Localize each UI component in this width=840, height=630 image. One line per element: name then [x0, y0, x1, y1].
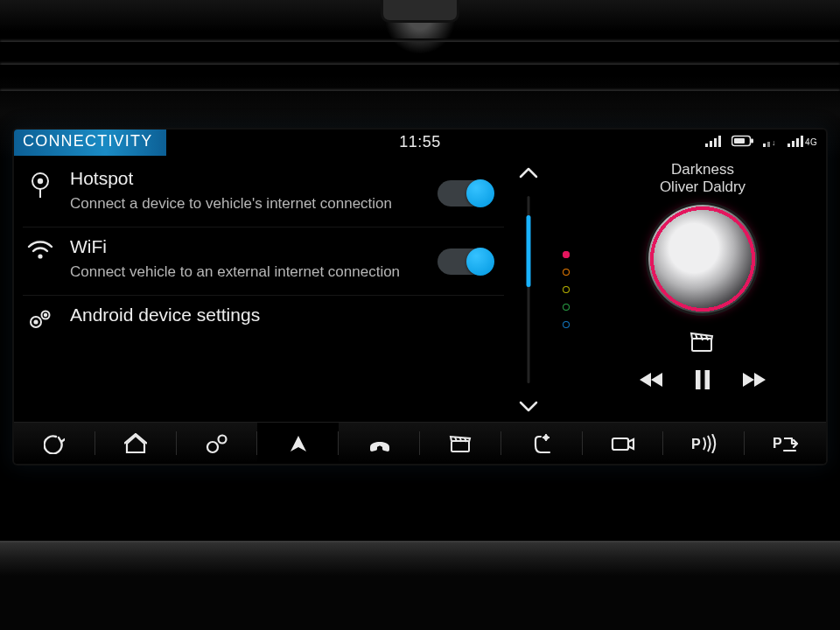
phone-icon [368, 435, 392, 452]
svg-rect-10 [788, 144, 790, 147]
media-panel: Darkness Oliver Daldry [579, 158, 826, 422]
dash-lower [0, 576, 840, 630]
nav-park-sensor[interactable]: P [663, 423, 745, 464]
svg-rect-26 [452, 441, 469, 452]
svg-point-15 [38, 178, 43, 184]
track-name: Darkness [671, 161, 734, 178]
camera-icon [611, 435, 635, 452]
settings-row-android[interactable]: Android device settings [23, 296, 504, 336]
nav-navigation[interactable] [257, 423, 339, 464]
nav-phone[interactable] [339, 423, 420, 464]
clock: 11:55 [399, 133, 441, 151]
svg-rect-2 [714, 138, 717, 147]
bottom-nav: P P [14, 422, 826, 464]
settings-row-hotspot[interactable]: Hotspot Connect a device to vehicle's in… [23, 159, 504, 228]
clapper-icon[interactable] [690, 331, 716, 357]
dash-trim [0, 541, 840, 576]
nav-park-assist[interactable]: P [745, 423, 826, 464]
settings-row-subtitle: Connect a device to vehicle's internet c… [70, 194, 402, 214]
svg-point-18 [34, 320, 37, 323]
wifi-icon [23, 236, 58, 261]
page-dot[interactable] [563, 269, 570, 276]
svg-rect-8 [767, 142, 770, 147]
gears-icon [23, 304, 58, 331]
svg-rect-12 [796, 138, 799, 147]
hotspot-toggle[interactable] [438, 180, 494, 206]
signal-4g-icon: 4G [788, 135, 817, 147]
wifi-toggle[interactable] [438, 248, 494, 275]
infotainment-screen: CONNECTIVITY 11:55 ↓ [14, 130, 826, 464]
svg-point-25 [218, 435, 226, 443]
settings-row-title: Android device settings [70, 304, 504, 326]
svg-text:P: P [691, 437, 701, 452]
nav-camera[interactable] [583, 423, 664, 464]
prev-icon[interactable] [640, 371, 664, 388]
svg-point-16 [38, 254, 42, 258]
nav-back[interactable] [14, 423, 95, 464]
hotspot-icon [23, 168, 58, 198]
settings-row-subtitle: Connect vehicle to an external internet … [70, 262, 402, 283]
svg-rect-3 [718, 136, 721, 147]
svg-rect-0 [705, 144, 708, 147]
status-bar: CONNECTIVITY 11:55 ↓ [14, 130, 826, 158]
svg-rect-7 [763, 144, 766, 147]
dashboard-background: CONNECTIVITY 11:55 ↓ [0, 0, 840, 630]
seat-climate-icon [528, 433, 555, 454]
signal-2-icon: ↓ [763, 135, 779, 147]
settings-row-wifi[interactable]: WiFi Connect vehicle to an external inte… [23, 228, 504, 296]
track-artist: Oliver Daldry [660, 178, 746, 196]
svg-point-24 [207, 442, 218, 452]
park-assist-icon: P [771, 433, 801, 454]
svg-rect-22 [696, 370, 701, 389]
page-dot[interactable] [563, 304, 570, 311]
svg-point-20 [45, 314, 46, 316]
battery-icon [732, 135, 754, 147]
bezel-line [0, 88, 840, 91]
park-sensor-icon: P [690, 434, 719, 453]
svg-text:↓: ↓ [772, 138, 776, 147]
scroll-column [504, 158, 553, 422]
page-dot[interactable] [563, 286, 570, 293]
back-icon [44, 433, 65, 454]
cellular-icon [705, 135, 723, 147]
signal-4g-label: 4G [805, 137, 817, 147]
svg-rect-6 [734, 138, 745, 144]
page-indicator[interactable] [553, 158, 579, 422]
settings-list: Hotspot Connect a device to vehicle's in… [14, 158, 504, 422]
album-art[interactable] [648, 205, 757, 313]
bezel-line [0, 38, 840, 42]
nav-seat-climate[interactable] [501, 423, 583, 464]
svg-rect-1 [710, 141, 712, 147]
page-title: CONNECTIVITY [14, 130, 166, 156]
svg-rect-5 [751, 139, 753, 144]
svg-rect-13 [801, 136, 803, 147]
media-icon [449, 434, 472, 453]
svg-rect-11 [792, 141, 794, 147]
svg-text:P: P [773, 436, 782, 451]
settings-icon [205, 433, 229, 454]
home-icon [124, 433, 147, 454]
scroll-down-button[interactable] [519, 401, 538, 416]
svg-rect-23 [705, 370, 710, 389]
pause-icon[interactable] [694, 369, 711, 390]
status-tray: ↓ 4G [705, 135, 817, 147]
camera-notch [381, 0, 459, 23]
svg-rect-27 [612, 438, 628, 450]
nav-media[interactable] [420, 423, 501, 464]
nav-settings[interactable] [177, 423, 258, 464]
scroll-up-button[interactable] [519, 166, 538, 182]
nav-home[interactable] [95, 423, 177, 464]
page-dot[interactable] [563, 251, 570, 258]
navigate-icon [288, 433, 309, 454]
scroll-thumb[interactable] [527, 215, 531, 287]
bezel-line [0, 61, 840, 65]
next-icon[interactable] [741, 371, 766, 388]
media-controls [640, 369, 766, 390]
scroll-track[interactable] [528, 196, 530, 383]
page-dot[interactable] [563, 321, 570, 328]
content-area: Hotspot Connect a device to vehicle's in… [14, 158, 826, 422]
